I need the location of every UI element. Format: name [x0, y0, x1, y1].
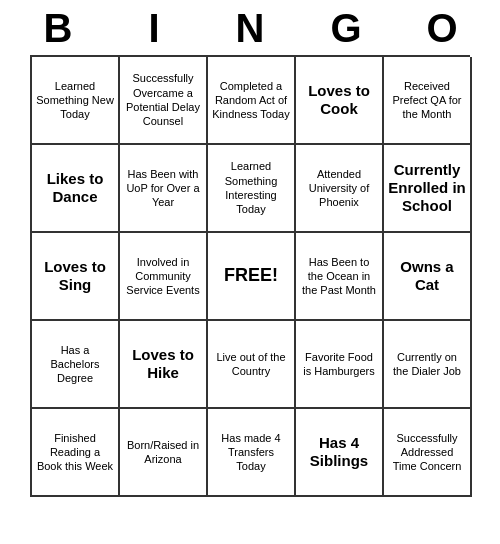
bingo-header: BINGO — [10, 0, 490, 55]
bingo-cell-r4-c0: Finished Reading a Book this Week — [32, 409, 120, 497]
bingo-cell-r0-c1: Successfully Overcame a Potential Delay … — [120, 57, 208, 145]
bingo-cell-r0-c4: Received Prefect QA for the Month — [384, 57, 472, 145]
bingo-cell-r0-c0: Learned Something New Today — [32, 57, 120, 145]
bingo-cell-r3-c2: Live out of the Country — [208, 321, 296, 409]
bingo-letter-g: G — [302, 6, 390, 51]
bingo-cell-r2-c2: FREE! — [208, 233, 296, 321]
bingo-cell-r4-c3: Has 4 Siblings — [296, 409, 384, 497]
bingo-cell-r4-c4: Successfully Addressed Time Concern — [384, 409, 472, 497]
bingo-cell-r0-c3: Loves to Cook — [296, 57, 384, 145]
bingo-cell-r3-c4: Currently on the Dialer Job — [384, 321, 472, 409]
bingo-cell-r4-c1: Born/Raised in Arizona — [120, 409, 208, 497]
bingo-cell-r2-c1: Involved in Community Service Events — [120, 233, 208, 321]
bingo-cell-r1-c4: Currently Enrolled in School — [384, 145, 472, 233]
bingo-cell-r1-c3: Attended University of Phoenix — [296, 145, 384, 233]
bingo-cell-r1-c2: Learned Something Interesting Today — [208, 145, 296, 233]
bingo-cell-r3-c3: Favorite Food is Hamburgers — [296, 321, 384, 409]
bingo-cell-r1-c1: Has Been with UoP for Over a Year — [120, 145, 208, 233]
bingo-grid: Learned Something New TodaySuccessfully … — [30, 55, 470, 497]
bingo-letter-n: N — [206, 6, 294, 51]
bingo-cell-r3-c1: Loves to Hike — [120, 321, 208, 409]
bingo-letter-i: I — [110, 6, 198, 51]
bingo-cell-r0-c2: Completed a Random Act of Kindness Today — [208, 57, 296, 145]
bingo-cell-r2-c0: Loves to Sing — [32, 233, 120, 321]
bingo-cell-r3-c0: Has a Bachelors Degree — [32, 321, 120, 409]
bingo-cell-r2-c4: Owns a Cat — [384, 233, 472, 321]
bingo-cell-r2-c3: Has Been to the Ocean in the Past Month — [296, 233, 384, 321]
bingo-cell-r1-c0: Likes to Dance — [32, 145, 120, 233]
bingo-cell-r4-c2: Has made 4 Transfers Today — [208, 409, 296, 497]
bingo-letter-b: B — [14, 6, 102, 51]
bingo-letter-o: O — [398, 6, 486, 51]
